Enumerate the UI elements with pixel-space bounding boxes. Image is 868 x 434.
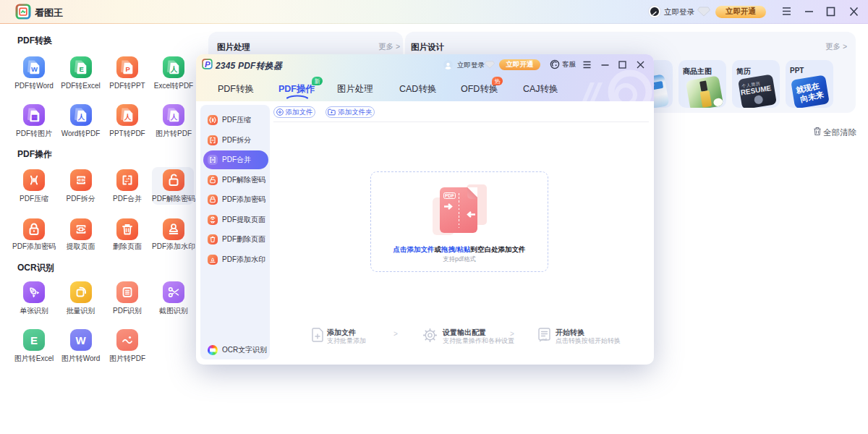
svg-text:人: 人 [170,65,178,73]
svg-text:P: P [125,65,130,73]
svg-text:P: P [205,60,210,69]
svg-text:人: 人 [124,113,132,121]
svg-text:W: W [31,65,38,73]
svg-text:人: 人 [77,113,85,121]
svg-text:▦: ▦ [31,113,38,121]
svg-text:人: 人 [170,113,178,121]
svg-text:E: E [79,65,83,73]
